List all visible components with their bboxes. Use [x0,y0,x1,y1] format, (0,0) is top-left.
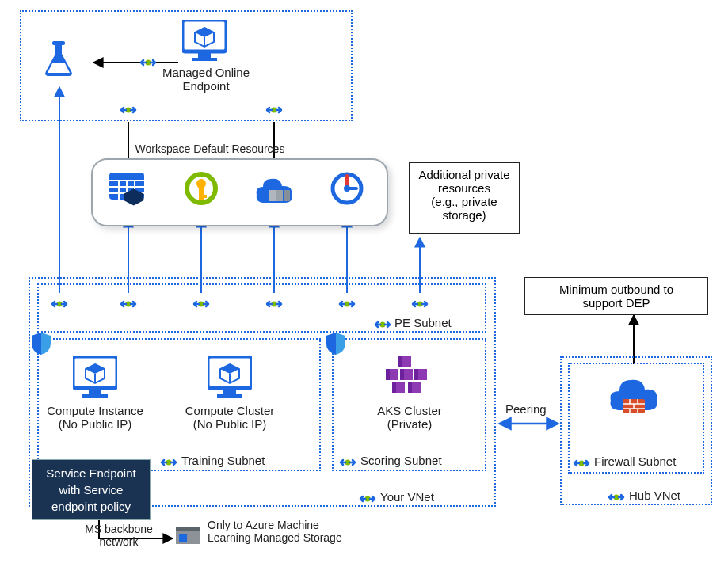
private-endpoint-icon [159,453,178,472]
app-insights-icon [330,171,364,206]
firewall-icon [608,372,659,417]
aks-cluster-icon [386,356,427,394]
peering-label: Peering [505,402,547,416]
private-endpoint-icon [607,488,626,507]
compute-instance-icon [73,356,117,399]
private-endpoint-icon [139,53,158,72]
only-to-label: Only to Azure Machine Learning Managed S… [208,519,358,544]
storage-icon [109,171,147,212]
keyvault-icon [184,171,219,206]
private-endpoint-icon [338,453,357,472]
shield-icon [325,331,347,356]
min-outbound-box: Minimum outbound to support DEP [524,277,708,315]
container-registry-icon [255,173,293,206]
compute-cluster-icon [208,356,252,399]
scoring-subnet-label: Scoring Subnet [360,454,442,467]
private-endpoint-icon [265,101,284,120]
private-endpoint-icon [373,315,392,334]
private-endpoint-icon [119,295,138,314]
your-vnet-label: Your VNet [380,490,434,504]
compute-instance-label: Compute Instance (No Public IP) [44,404,147,431]
additional-private-box: Additional private resources (e.g., priv… [409,162,520,234]
compute-cluster-label: Compute Cluster (No Public IP) [178,404,281,431]
private-endpoint-icon [358,489,377,508]
pe-subnet-label: PE Subnet [394,316,452,329]
service-endpoint-badge: Service Endpoint with Service endpoint p… [32,459,151,520]
private-endpoint-icon [50,295,69,314]
managed-endpoint-label: Managed Online Endpoint [154,66,257,93]
firewall-subnet-label: Firewall Subnet [594,455,676,468]
shield-icon [30,331,52,356]
ms-backbone-label: MS backbone network [75,523,162,548]
managed-endpoint-icon [182,20,227,63]
private-endpoint-icon [192,295,211,314]
private-endpoint-icon [337,295,356,314]
private-endpoint-icon [572,454,591,473]
private-endpoint-icon [119,101,138,120]
aks-cluster-label: AKS Cluster (Private) [366,404,453,431]
workspace-resources-title: Workspace Default Resources [127,143,293,155]
private-endpoint-icon [265,295,284,314]
private-endpoint-icon [410,295,429,314]
ml-workspace-icon [41,40,78,79]
training-subnet-label: Training Subnet [181,454,265,467]
hub-vnet-label: Hub VNet [629,489,680,502]
managed-storage-icon [176,527,200,544]
